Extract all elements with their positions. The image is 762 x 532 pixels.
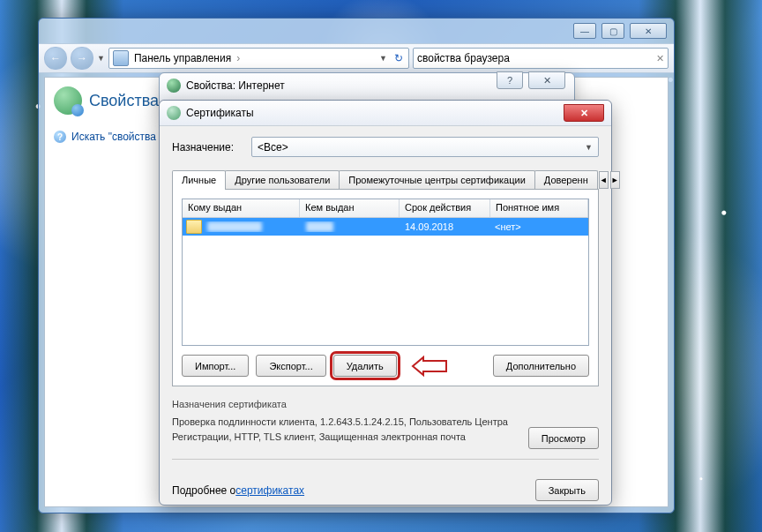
tab-trusted[interactable]: Доверенн: [534, 170, 598, 189]
nav-back-button[interactable]: ←: [44, 47, 67, 70]
search-value: свойства браузера: [417, 52, 510, 64]
address-bar[interactable]: Панель управления › ▼ ↻: [108, 48, 409, 69]
annotation-arrow: [413, 357, 448, 375]
close-button[interactable]: ✕: [528, 71, 565, 89]
maximize-button[interactable]: ▢: [601, 23, 624, 39]
nav-forward-button[interactable]: →: [71, 47, 93, 70]
dialog-title: Сертификаты: [186, 107, 254, 119]
window-titlebar: ― ▢ ✕: [39, 19, 674, 43]
cert-item-icon: [186, 220, 202, 234]
minimize-button[interactable]: ―: [573, 23, 596, 39]
control-panel-icon: [113, 50, 129, 66]
col-issued-by[interactable]: Кем выдан: [300, 199, 400, 217]
close-dialog-button[interactable]: Закрыть: [535, 479, 599, 501]
page-title: Свойства: [89, 92, 159, 110]
nav-dropdown-icon[interactable]: ▼: [97, 54, 105, 63]
certificate-row[interactable]: ████████ ████ 14.09.2018 <нет>: [183, 218, 588, 236]
globe-icon: [167, 79, 181, 93]
cert-purposes-label: Назначения сертификата: [172, 399, 599, 409]
tab-strip: Личные Другие пользователи Промежуточные…: [172, 168, 599, 190]
certificate-icon: [167, 106, 181, 120]
col-expires[interactable]: Срок действия: [400, 199, 490, 217]
navigation-bar: ← → ▼ Панель управления › ▼ ↻ свойства б…: [39, 43, 674, 73]
help-button[interactable]: ?: [497, 71, 523, 89]
learn-more-link[interactable]: сертификатах: [235, 484, 304, 497]
close-button[interactable]: ✕: [630, 23, 667, 39]
internet-options-icon: [54, 86, 82, 115]
breadcrumb-separator: ›: [236, 52, 240, 64]
breadcrumb[interactable]: Панель управления: [134, 52, 231, 64]
clear-search-icon[interactable]: ✕: [656, 53, 664, 64]
col-friendly-name[interactable]: Понятное имя: [490, 199, 588, 217]
certificate-list[interactable]: Кому выдан Кем выдан Срок действия Понят…: [182, 199, 589, 346]
address-dropdown-icon[interactable]: ▼: [379, 54, 387, 63]
advanced-button[interactable]: Дополнительно: [493, 355, 589, 377]
tab-scroll-right[interactable]: ►: [610, 171, 620, 189]
close-button[interactable]: ✕: [564, 104, 604, 122]
column-headers: Кому выдан Кем выдан Срок действия Понят…: [183, 199, 588, 218]
dialog-title: Свойства: Интернет: [186, 79, 285, 92]
col-issued-to[interactable]: Кому выдан: [183, 199, 300, 217]
learn-more-prefix: Подробнее о: [172, 484, 235, 497]
tab-other-users[interactable]: Другие пользователи: [225, 170, 340, 189]
purpose-label: Назначение:: [172, 141, 234, 154]
export-button[interactable]: Экспорт...: [256, 355, 325, 377]
tab-scroll-left[interactable]: ◄: [599, 171, 609, 189]
cert-purposes-text: Проверка подлинности клиента, 1.2.643.5.…: [172, 415, 519, 450]
refresh-icon[interactable]: ↻: [394, 52, 403, 64]
dialog-header: Сертификаты ✕: [160, 101, 611, 126]
help-icon: ?: [54, 131, 66, 143]
purpose-combobox[interactable]: <Все> ▼: [251, 137, 599, 157]
view-button[interactable]: Просмотр: [528, 427, 599, 449]
tab-intermediate-ca[interactable]: Промежуточные центры сертификации: [339, 170, 534, 189]
tab-personal[interactable]: Личные: [172, 170, 226, 190]
search-input[interactable]: свойства браузера ✕: [413, 48, 669, 69]
certificates-dialog: Сертификаты ✕ Назначение: <Все> ▼ Личные…: [159, 100, 612, 506]
chevron-down-icon: ▼: [585, 143, 593, 152]
import-button[interactable]: Импорт...: [182, 355, 249, 377]
delete-button[interactable]: Удалить: [333, 355, 397, 377]
